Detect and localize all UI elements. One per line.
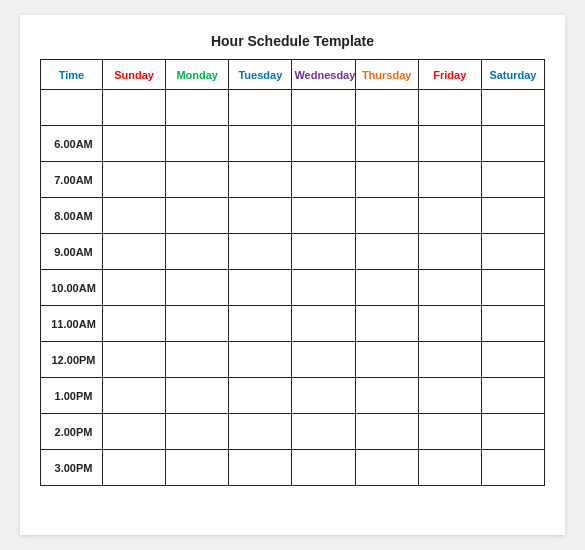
day-cell xyxy=(355,162,418,198)
day-cell xyxy=(355,126,418,162)
day-cell xyxy=(166,342,229,378)
header-wednesday: Wednesday xyxy=(292,60,355,90)
day-cell xyxy=(481,414,544,450)
day-cell xyxy=(166,378,229,414)
time-cell: 3.00PM xyxy=(41,450,103,486)
day-cell xyxy=(292,414,355,450)
day-cell xyxy=(292,90,355,126)
table-row: 11.00AM xyxy=(41,306,545,342)
day-cell xyxy=(418,126,481,162)
day-cell xyxy=(418,198,481,234)
schedule-table: Time Sunday Monday Tuesday Wednesday Thu… xyxy=(40,59,545,486)
day-cell xyxy=(481,126,544,162)
day-cell xyxy=(418,342,481,378)
day-cell xyxy=(166,90,229,126)
day-cell xyxy=(103,234,166,270)
day-cell xyxy=(103,306,166,342)
day-cell xyxy=(292,270,355,306)
table-row: 7.00AM xyxy=(41,162,545,198)
day-cell xyxy=(355,342,418,378)
table-row: 1.00PM xyxy=(41,378,545,414)
day-cell xyxy=(481,450,544,486)
day-cell xyxy=(355,378,418,414)
time-cell: 12.00PM xyxy=(41,342,103,378)
day-cell xyxy=(103,450,166,486)
table-row: 12.00PM xyxy=(41,342,545,378)
day-cell xyxy=(166,414,229,450)
day-cell xyxy=(355,270,418,306)
day-cell xyxy=(292,234,355,270)
day-cell xyxy=(292,306,355,342)
time-cell xyxy=(41,90,103,126)
table-row: 9.00AM xyxy=(41,234,545,270)
day-cell xyxy=(418,90,481,126)
time-cell: 11.00AM xyxy=(41,306,103,342)
day-cell xyxy=(418,234,481,270)
day-cell xyxy=(229,234,292,270)
day-cell xyxy=(355,234,418,270)
day-cell xyxy=(355,306,418,342)
day-cell xyxy=(481,90,544,126)
day-cell xyxy=(481,270,544,306)
day-cell xyxy=(355,450,418,486)
day-cell xyxy=(229,198,292,234)
table-row: 6.00AM xyxy=(41,126,545,162)
day-cell xyxy=(229,306,292,342)
time-cell: 2.00PM xyxy=(41,414,103,450)
day-cell xyxy=(481,378,544,414)
day-cell xyxy=(103,90,166,126)
table-row: 8.00AM xyxy=(41,198,545,234)
day-cell xyxy=(418,162,481,198)
day-cell xyxy=(229,162,292,198)
time-cell: 6.00AM xyxy=(41,126,103,162)
time-cell: 7.00AM xyxy=(41,162,103,198)
page-title: Hour Schedule Template xyxy=(40,33,545,49)
day-cell xyxy=(229,270,292,306)
day-cell xyxy=(103,126,166,162)
day-cell xyxy=(292,126,355,162)
day-cell xyxy=(103,378,166,414)
day-cell xyxy=(481,162,544,198)
day-cell xyxy=(166,450,229,486)
header-row: Time Sunday Monday Tuesday Wednesday Thu… xyxy=(41,60,545,90)
table-row: 2.00PM xyxy=(41,414,545,450)
day-cell xyxy=(292,378,355,414)
time-cell: 9.00AM xyxy=(41,234,103,270)
day-cell xyxy=(292,198,355,234)
day-cell xyxy=(481,198,544,234)
table-row: 10.00AM xyxy=(41,270,545,306)
day-cell xyxy=(292,162,355,198)
day-cell xyxy=(418,306,481,342)
day-cell xyxy=(166,306,229,342)
day-cell xyxy=(166,162,229,198)
day-cell xyxy=(229,450,292,486)
day-cell xyxy=(292,450,355,486)
day-cell xyxy=(103,414,166,450)
time-cell: 8.00AM xyxy=(41,198,103,234)
time-cell: 10.00AM xyxy=(41,270,103,306)
day-cell xyxy=(166,234,229,270)
day-cell xyxy=(229,378,292,414)
header-saturday: Saturday xyxy=(481,60,544,90)
day-cell xyxy=(166,270,229,306)
day-cell xyxy=(481,306,544,342)
table-row xyxy=(41,90,545,126)
header-thursday: Thursday xyxy=(355,60,418,90)
day-cell xyxy=(355,198,418,234)
day-cell xyxy=(166,126,229,162)
header-sunday: Sunday xyxy=(103,60,166,90)
day-cell xyxy=(418,414,481,450)
day-cell xyxy=(229,90,292,126)
day-cell xyxy=(229,126,292,162)
day-cell xyxy=(418,270,481,306)
day-cell xyxy=(418,378,481,414)
header-monday: Monday xyxy=(166,60,229,90)
day-cell xyxy=(418,450,481,486)
table-row: 3.00PM xyxy=(41,450,545,486)
day-cell xyxy=(292,342,355,378)
day-cell xyxy=(481,342,544,378)
day-cell xyxy=(481,234,544,270)
day-cell xyxy=(355,414,418,450)
header-tuesday: Tuesday xyxy=(229,60,292,90)
header-friday: Friday xyxy=(418,60,481,90)
